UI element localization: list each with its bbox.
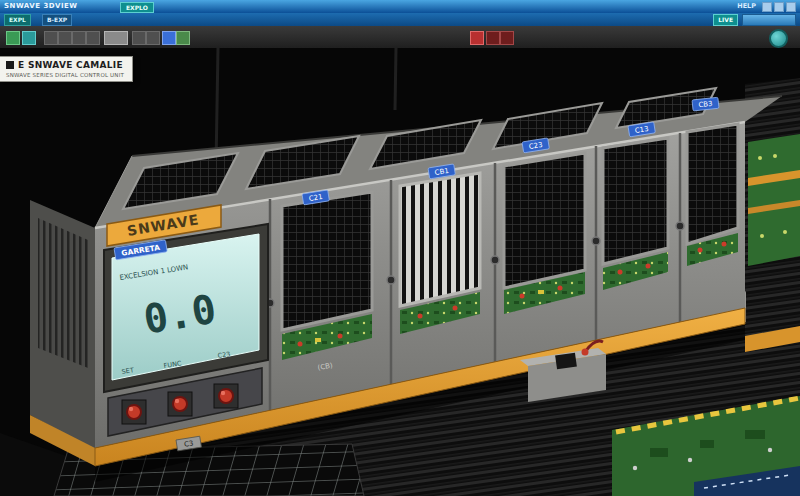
overlay-logo-icon <box>6 61 14 69</box>
toolbar-orb-button[interactable] <box>769 29 788 48</box>
toolbar-icon-teal[interactable] <box>22 31 36 45</box>
grille-bay2 <box>282 192 372 330</box>
toolbar-icon-record[interactable] <box>470 31 484 45</box>
window-minimize-icon[interactable] <box>762 2 772 12</box>
app-title: SNWAVE 3DVIEW <box>4 2 78 10</box>
knob-3[interactable] <box>219 389 233 403</box>
grille-bay5 <box>603 138 668 264</box>
toolbar-icon-green[interactable] <box>6 31 20 45</box>
toolbar-icon-stop1[interactable] <box>486 31 500 45</box>
window-maximize-icon[interactable] <box>774 2 784 12</box>
toolbar-icon-blue[interactable] <box>162 31 176 45</box>
knob-2[interactable] <box>173 397 187 411</box>
viewport-3d[interactable]: SNWAVE GARRETA EXCELSION 1 LOWN 0.0 SET … <box>0 48 800 496</box>
grille-bay6 <box>687 124 738 244</box>
app-window: SNWAVE 3DVIEW EXPLO HELP EXPL B-EXP LIVE <box>0 0 800 496</box>
scene-3d: SNWAVE GARRETA EXCELSION 1 LOWN 0.0 SET … <box>0 48 800 496</box>
toolbar <box>0 26 800 49</box>
titlebar-chip-button[interactable]: EXPLO <box>120 2 154 13</box>
bay-tag-5: CB3 <box>698 100 713 109</box>
overlay-title: E SNWAVE CAMALIE <box>18 60 123 70</box>
toolbar-icon-green2[interactable] <box>176 31 190 45</box>
toolbar-icon-wide[interactable] <box>104 31 128 45</box>
toolbar-icon-3[interactable] <box>72 31 86 45</box>
wire-cable-2 <box>395 48 396 110</box>
pcb-panel-top-right <box>748 134 800 266</box>
window-close-icon[interactable] <box>786 2 796 12</box>
toolbar-icon-6[interactable] <box>146 31 160 45</box>
left-vent-grille <box>38 218 88 368</box>
menu-live-button[interactable]: LIVE <box>713 14 738 26</box>
grille-bay3 <box>400 173 480 306</box>
svg-text:C3: C3 <box>184 439 194 448</box>
menu-right-panel[interactable] <box>742 14 796 26</box>
toolbar-icon-4[interactable] <box>86 31 100 45</box>
grille-bay4 <box>504 153 585 288</box>
toolbar-icon-5[interactable] <box>132 31 146 45</box>
menu-bexp-button[interactable]: B-EXP <box>42 14 72 26</box>
corner-watermark: E SNWAVE CAMALIE SNWAVE SERIES DIGITAL C… <box>0 56 133 82</box>
titlebar: SNWAVE 3DVIEW EXPLO HELP <box>0 0 800 14</box>
menubar: EXPL B-EXP LIVE <box>0 13 800 27</box>
toolbar-icon-2[interactable] <box>58 31 72 45</box>
toolbar-icon-1[interactable] <box>44 31 58 45</box>
overlay-subtitle: SNWAVE SERIES DIGITAL CONTROL UNIT <box>6 72 124 78</box>
toolbar-icon-stop2[interactable] <box>500 31 514 45</box>
titlebar-help-button[interactable]: HELP <box>737 2 756 10</box>
knob-1[interactable] <box>127 405 141 419</box>
menu-expl-button[interactable]: EXPL <box>4 14 31 26</box>
